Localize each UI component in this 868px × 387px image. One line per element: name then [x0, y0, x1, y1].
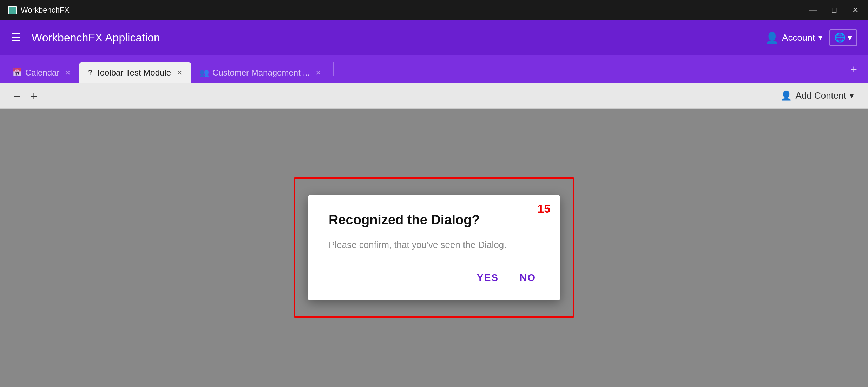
dialog-counter: 15 [537, 202, 551, 216]
window-title: WorkbenchFX [21, 6, 808, 15]
tab-toolbar-test[interactable]: ? Toolbar Test Module ✕ [79, 62, 191, 83]
app-window: WorkbenchFX — □ ✕ ☰ WorkbenchFX Applicat… [0, 0, 868, 387]
dialog-yes-button[interactable]: YES [473, 269, 502, 286]
header-right: 👤 Account ▾ 🌐 ▾ [765, 29, 857, 46]
add-content-button[interactable]: 👤 Add Content ▾ [775, 87, 859, 104]
hamburger-icon[interactable]: ☰ [11, 31, 21, 44]
app-title: WorkbenchFX Application [32, 31, 765, 44]
main-content: 15 Recognized the Dialog? Please confirm… [0, 109, 868, 387]
lang-icon: 🌐 [834, 32, 846, 43]
customer-tab-icon: 👥 [199, 68, 209, 77]
account-dropdown-arrow: ▾ [818, 33, 822, 42]
dialog-actions: YES NO [329, 269, 539, 286]
tab-customer-mgmt-close[interactable]: ✕ [315, 68, 321, 77]
tab-calendar[interactable]: 📅 Calendar ✕ [4, 62, 79, 83]
tab-calendar-close[interactable]: ✕ [65, 68, 71, 77]
tabs-separator [333, 62, 334, 76]
window-controls: — □ ✕ [808, 6, 861, 14]
close-button[interactable]: ✕ [850, 6, 861, 14]
dialog-no-button[interactable]: NO [516, 269, 539, 286]
zoom-out-button[interactable]: − [9, 90, 26, 102]
tab-customer-mgmt-label: Customer Management ... [212, 68, 310, 78]
account-button[interactable]: 👤 Account ▾ [765, 32, 822, 44]
tab-toolbar-test-close[interactable]: ✕ [177, 68, 183, 77]
add-content-dropdown-arrow: ▾ [850, 91, 854, 100]
tab-toolbar-test-label: Toolbar Test Module [96, 68, 171, 78]
account-icon: 👤 [765, 32, 778, 44]
dialog-card: 15 Recognized the Dialog? Please confirm… [308, 195, 560, 300]
minimize-button[interactable]: — [808, 6, 818, 14]
add-content-icon: 👤 [781, 90, 792, 101]
tab-add-button[interactable]: + [843, 60, 864, 79]
toolbar-test-tab-icon: ? [88, 68, 92, 77]
dialog-highlight: 15 Recognized the Dialog? Please confirm… [294, 177, 574, 318]
zoom-in-button[interactable]: + [26, 90, 42, 102]
dialog-message: Please confirm, that you've seen the Dia… [329, 238, 539, 252]
account-label: Account [782, 32, 815, 43]
lang-dropdown-arrow: ▾ [848, 32, 852, 43]
maximize-button[interactable]: □ [829, 6, 840, 14]
title-bar: WorkbenchFX — □ ✕ [0, 0, 868, 20]
toolbar-right: 👤 Add Content ▾ [775, 87, 859, 104]
calendar-tab-icon: 📅 [12, 68, 22, 77]
language-button[interactable]: 🌐 ▾ [829, 29, 857, 46]
add-content-label: Add Content [795, 90, 846, 101]
tab-customer-mgmt[interactable]: 👥 Customer Management ... ✕ [191, 62, 330, 83]
app-icon [7, 5, 17, 15]
toolbar: − + 👤 Add Content ▾ [0, 83, 868, 109]
tab-calendar-label: Calendar [25, 68, 59, 78]
app-header: ☰ WorkbenchFX Application 👤 Account ▾ 🌐 … [0, 20, 868, 55]
dialog-title: Recognized the Dialog? [329, 212, 539, 228]
tabs-bar: 📅 Calendar ✕ ? Toolbar Test Module ✕ 👥 C… [0, 55, 868, 83]
